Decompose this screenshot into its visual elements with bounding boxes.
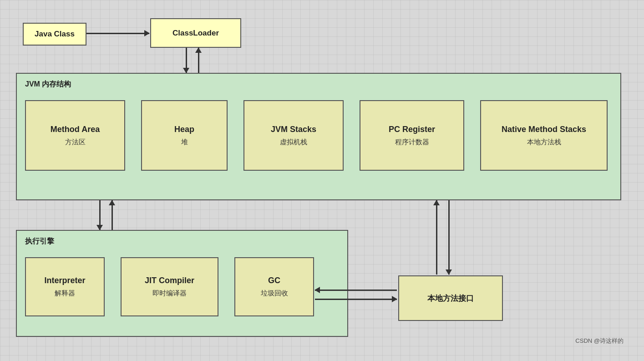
arrow-native-to-exec (315, 290, 397, 291)
native-stacks-title: Native Method Stacks (502, 125, 586, 134)
heap-subtitle: 堆 (181, 138, 188, 147)
method-area-title: Method Area (51, 125, 100, 134)
method-area-subtitle: 方法区 (65, 138, 86, 147)
arrow-cl-down (186, 48, 187, 73)
arrow-jc-to-cl (86, 33, 149, 34)
heap-box: Heap 堆 (141, 100, 228, 171)
jvm-stacks-subtitle: 虚拟机栈 (280, 138, 307, 147)
classloader-label: ClassLoader (172, 29, 219, 38)
exec-engine-label: 执行引擎 (25, 237, 54, 246)
arrow-jvm-exec-down (99, 200, 101, 230)
interpreter-subtitle: 解释器 (55, 289, 75, 298)
gc-subtitle: 垃圾回收 (261, 289, 288, 298)
interpreter-box: Interpreter 解释器 (25, 257, 105, 316)
pc-register-title: PC Register (389, 125, 435, 134)
arrow-exec-jvm-up (112, 200, 113, 230)
jit-title: JIT Compiler (145, 276, 194, 285)
gc-box: GC 垃圾回收 (234, 257, 314, 316)
native-interface-box: 本地方法接口 (398, 275, 503, 321)
java-class-box: Java Class (23, 23, 86, 46)
arrow-native-down (448, 200, 450, 275)
java-class-label: Java Class (35, 30, 75, 39)
jvm-memory-label: JVM 内存结构 (25, 80, 71, 89)
jvm-stacks-box: JVM Stacks 虚拟机栈 (243, 100, 344, 171)
pc-register-box: PC Register 程序计数器 (360, 100, 464, 171)
jit-subtitle: 即时编译器 (152, 289, 187, 298)
native-interface-label: 本地方法接口 (427, 293, 474, 304)
method-area-box: Method Area 方法区 (25, 100, 125, 171)
diagram-container: Java Class ClassLoader JVM 内存结构 Method A… (9, 9, 633, 351)
gc-title: GC (268, 276, 280, 285)
arrow-native-up (436, 200, 437, 275)
heap-title: Heap (174, 125, 194, 134)
classloader-box: ClassLoader (150, 18, 241, 48)
pc-register-subtitle: 程序计数器 (395, 138, 429, 147)
jvm-stacks-title: JVM Stacks (271, 125, 316, 134)
arrow-jvm-up (198, 48, 199, 73)
native-stacks-box: Native Method Stacks 本地方法栈 (480, 100, 608, 171)
arrow-exec-to-native (315, 299, 397, 300)
native-stacks-subtitle: 本地方法栈 (527, 138, 561, 147)
jit-compiler-box: JIT Compiler 即时编译器 (121, 257, 218, 316)
interpreter-title: Interpreter (44, 276, 85, 285)
watermark: CSDN @诗这样的 (575, 337, 624, 345)
